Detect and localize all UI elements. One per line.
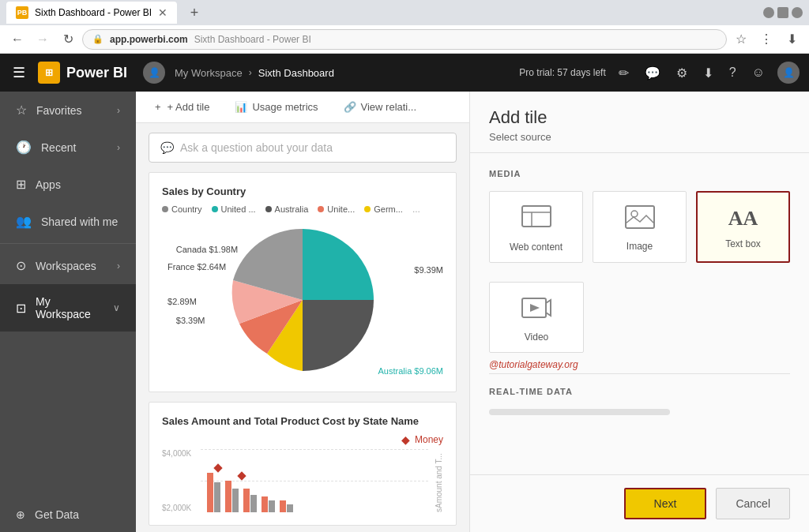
sidebar: ☆ Favorites › 🕐 Recent › ⊞ Apps 👥 Shared…	[0, 92, 136, 532]
label-3-39: $3.39M	[176, 316, 205, 325]
refresh-button[interactable]: ↻	[57, 28, 79, 51]
workspace-link[interactable]: My Workspace	[175, 67, 243, 79]
dashboard-area: + + Add tile 📊 Usage metrics 🔗 View rela…	[136, 92, 469, 532]
bar-group-1	[207, 473, 220, 512]
settings-icon[interactable]: ⋮	[755, 28, 777, 51]
pie-labels-overlay: Canada $1.98M France $2.64M $9.39M $2.89…	[162, 221, 443, 379]
legend-dot-australia	[265, 206, 272, 212]
legend-dot-country	[162, 206, 168, 212]
sales-by-country-tile: Sales by Country Country United ...	[149, 172, 457, 392]
download-icon[interactable]: ⬇	[781, 28, 803, 51]
sidebar-item-workspaces[interactable]: ⊙ Workspaces ›	[0, 247, 136, 284]
bar-group-3	[243, 489, 257, 512]
tile1-title: Sales by Country	[162, 185, 443, 197]
sidebar-item-apps[interactable]: ⊞ Apps	[0, 166, 136, 203]
window-close[interactable]	[792, 7, 803, 18]
back-button[interactable]: ←	[6, 28, 28, 51]
apps-icon: ⊞	[16, 177, 26, 192]
dashboard-link[interactable]: Sixth Dashboard	[258, 67, 334, 79]
address-bar[interactable]: 🔒 app.powerbi.com Sixth Dashboard - Powe…	[82, 29, 727, 50]
tab-close-icon[interactable]: ✕	[158, 6, 167, 19]
window-minimize[interactable]	[763, 7, 774, 18]
next-button[interactable]: Next	[624, 488, 707, 519]
dashboard-toolbar: + + Add tile 📊 Usage metrics 🔗 View rela…	[136, 92, 469, 123]
sidebar-label-shared: Shared with me	[41, 215, 118, 228]
video-card[interactable]: Video	[489, 282, 584, 353]
web-content-card[interactable]: Web content	[489, 191, 583, 263]
help-icon[interactable]: ?	[726, 62, 739, 83]
forward-button[interactable]: →	[32, 28, 54, 51]
tile2-title: Sales Amount and Total Product Cost by S…	[162, 415, 443, 427]
feedback-icon[interactable]: ☺	[749, 62, 768, 83]
sidebar-item-recent[interactable]: 🕐 Recent ›	[0, 129, 136, 166]
get-data-icon: ⊕	[16, 508, 25, 521]
myworkspace-icon: ⊡	[16, 301, 26, 316]
legend-germ: Germ...	[364, 204, 403, 214]
bar-1b	[214, 482, 220, 512]
media-section-label: MEDIA	[489, 169, 790, 178]
sidebar-item-favorites[interactable]: ☆ Favorites ›	[0, 92, 136, 129]
new-tab-button[interactable]: +	[183, 2, 205, 24]
logo-text: Power BI	[66, 65, 127, 81]
recent-chevron: ›	[117, 142, 120, 153]
chat-icon[interactable]: 💬	[642, 62, 664, 84]
image-icon	[624, 204, 656, 233]
nav-account-icon[interactable]: 👤	[143, 62, 165, 84]
question-bar[interactable]: 💬 Ask a question about your data	[149, 133, 457, 163]
hamburger-menu[interactable]: ☰	[9, 61, 28, 84]
question-icon: 💬	[160, 141, 174, 154]
add-icon: +	[155, 101, 161, 113]
text-box-card[interactable]: AA Text box	[696, 191, 790, 263]
view-related-button[interactable]: 🔗 View relati...	[337, 98, 423, 116]
video-icon	[521, 295, 552, 324]
settings-gear-icon[interactable]: ⚙	[673, 62, 690, 84]
sidebar-get-data[interactable]: ⊕ Get Data	[0, 497, 136, 532]
main-area: ☆ Favorites › 🕐 Recent › ⊞ Apps 👥 Shared…	[0, 92, 809, 532]
sidebar-item-myworkspace[interactable]: ⊡ My Workspace ∨	[0, 284, 136, 332]
text-box-aa: AA	[728, 207, 758, 230]
realtime-progress-bar	[489, 409, 670, 415]
legend-label-unite: Unite...	[327, 204, 355, 214]
svg-rect-0	[522, 206, 551, 227]
realtime-section: REAL-TIME DATA	[489, 387, 790, 415]
usage-metrics-label: Usage metrics	[252, 101, 318, 113]
workspaces-chevron: ›	[117, 260, 120, 272]
bar-3a	[243, 489, 250, 512]
edit-icon[interactable]: ✏	[615, 62, 632, 84]
legend-united: United ...	[212, 204, 256, 214]
legend-label-germ: Germ...	[374, 204, 403, 214]
legend-more: ...	[412, 204, 420, 215]
right-panel: Add tile Select source MEDIA	[469, 92, 809, 532]
bar-4b	[269, 500, 275, 512]
usage-metrics-button[interactable]: 📊 Usage metrics	[228, 98, 324, 116]
window-maximize[interactable]	[777, 7, 788, 18]
recent-icon: 🕐	[16, 140, 32, 155]
download-nav-icon[interactable]: ⬇	[700, 62, 717, 84]
image-icon-svg	[624, 204, 656, 230]
browser-chrome: PB Sixth Dashboard - Power BI ✕ + ← → ↻ …	[0, 0, 809, 54]
browser-tab[interactable]: PB Sixth Dashboard - Power BI ✕	[6, 2, 177, 24]
text-box-icon: AA	[728, 205, 758, 230]
bar-chart-header: ◆ Money	[162, 433, 443, 446]
legend-label-country: Country	[171, 204, 202, 214]
pie-chart-area: Country United ... Australia	[162, 204, 443, 379]
bar-group-5	[280, 500, 293, 512]
pro-trial-badge: Pro trial: 57 days left	[519, 67, 605, 78]
bar-chart-body: $4,000K $2,000K	[162, 449, 443, 512]
dashboard-tiles: Sales by Country Country United ...	[136, 172, 469, 532]
user-account-icon[interactable]: 👤	[777, 62, 800, 84]
bar-2a	[225, 481, 231, 512]
add-tile-button[interactable]: + + Add tile	[149, 98, 216, 116]
sidebar-item-shared[interactable]: 👥 Shared with me	[0, 203, 136, 240]
address-domain: app.powerbi.com	[110, 34, 188, 45]
legend-dot-united	[212, 206, 218, 212]
image-card[interactable]: Image	[593, 191, 687, 263]
logo-icon: ⊞	[38, 62, 60, 84]
cancel-button[interactable]: Cancel	[716, 488, 790, 519]
pie-container: Canada $1.98M France $2.64M $9.39M $2.89…	[162, 221, 443, 379]
legend-australia: Australia	[265, 204, 309, 214]
sidebar-label-workspaces: Workspaces	[36, 260, 96, 272]
favorites-icon: ☆	[16, 103, 27, 118]
bookmark-icon[interactable]: ☆	[730, 28, 752, 51]
panel-body: MEDIA Web content	[470, 153, 809, 474]
